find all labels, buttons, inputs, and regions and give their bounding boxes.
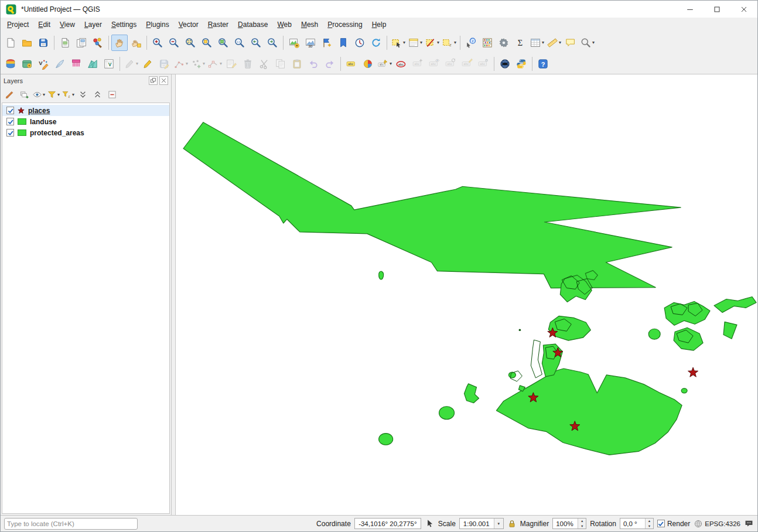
menu-settings[interactable]: Settings bbox=[107, 19, 141, 30]
new-project-button[interactable] bbox=[2, 35, 19, 51]
save-project-button[interactable] bbox=[35, 35, 52, 51]
dropdown-arrow-icon[interactable]: ▾ bbox=[220, 61, 222, 66]
spin-up-icon[interactable]: ▲ bbox=[646, 519, 653, 524]
measure-button[interactable]: ▾ bbox=[545, 35, 562, 51]
render-checkbox[interactable] bbox=[657, 520, 665, 527]
layer-item-landuse[interactable]: landuse bbox=[2, 116, 169, 127]
zoom-last-button[interactable] bbox=[248, 35, 264, 51]
dropdown-arrow-icon[interactable]: ▾ bbox=[592, 40, 595, 45]
menu-plugins[interactable]: Plugins bbox=[141, 19, 173, 30]
dropdown-arrow-icon[interactable]: ▾ bbox=[390, 61, 392, 66]
magnifier-spinbox[interactable]: 100% ▲▼ bbox=[552, 518, 586, 529]
menu-database[interactable]: Database bbox=[233, 19, 272, 30]
layer-item-places[interactable]: places bbox=[2, 105, 169, 116]
spin-up-icon[interactable]: ▲ bbox=[578, 519, 586, 524]
deselect-features-button[interactable]: ▾ bbox=[424, 35, 441, 51]
new-3d-map-view-button[interactable]: 3D bbox=[302, 35, 319, 51]
refresh-button[interactable] bbox=[368, 35, 384, 51]
zoom-out-button[interactable] bbox=[166, 35, 182, 51]
field-calculator-button[interactable] bbox=[479, 35, 496, 51]
minimize-button[interactable] bbox=[677, 1, 704, 18]
pan-map-button[interactable] bbox=[111, 35, 128, 51]
mouse-position-icon[interactable] bbox=[425, 519, 435, 528]
locator-box[interactable] bbox=[4, 518, 138, 530]
dropdown-arrow-icon[interactable]: ▾ bbox=[437, 40, 439, 45]
highlight-pinned-labels-button[interactable]: abc bbox=[393, 56, 409, 72]
open-data-source-manager-button[interactable] bbox=[2, 56, 19, 72]
new-spatial-bookmark-button[interactable] bbox=[319, 35, 335, 51]
pin-unpin-labels-button[interactable]: abc▾ bbox=[376, 56, 393, 72]
float-panel-button[interactable] bbox=[149, 76, 158, 85]
spin-down-icon[interactable]: ▼ bbox=[578, 524, 586, 529]
close-button[interactable] bbox=[730, 1, 757, 18]
dropdown-arrow-icon[interactable]: ▾ bbox=[186, 61, 188, 66]
render-toggle[interactable]: Render bbox=[657, 520, 690, 528]
dropdown-arrow-icon[interactable]: ▾ bbox=[136, 61, 138, 66]
new-mesh-layer-button[interactable] bbox=[84, 56, 101, 72]
select-by-expression-button[interactable]: ε▾ bbox=[441, 35, 457, 51]
zoom-to-native-resolution-button[interactable]: 1:1 bbox=[231, 35, 248, 51]
show-layout-manager-button[interactable] bbox=[73, 35, 90, 51]
python-console-button[interactable] bbox=[513, 56, 530, 72]
menu-vector[interactable]: Vector bbox=[174, 19, 203, 30]
layer-visibility-checkbox[interactable] bbox=[6, 118, 14, 125]
filter-legend-button[interactable]: ▾ bbox=[46, 88, 60, 102]
coordinate-field[interactable]: -34,1016° 20,2775° bbox=[354, 518, 421, 529]
menu-help[interactable]: Help bbox=[367, 19, 391, 30]
log-messages-icon[interactable] bbox=[744, 519, 754, 528]
layer-visibility-checkbox[interactable] bbox=[6, 129, 14, 137]
help-button[interactable]: ? bbox=[535, 56, 551, 72]
select-features-button[interactable]: ▾ bbox=[390, 35, 407, 51]
map-tips-button[interactable] bbox=[562, 35, 579, 51]
menu-project[interactable]: Project bbox=[2, 19, 33, 30]
pan-map-to-selection-button[interactable] bbox=[128, 35, 144, 51]
magnifier-spin-arrows[interactable]: ▲▼ bbox=[578, 519, 586, 528]
dropdown-arrow-icon[interactable]: ▾ bbox=[542, 40, 544, 45]
scale-lock-icon[interactable] bbox=[507, 519, 517, 528]
show-spatial-bookmarks-button[interactable] bbox=[335, 35, 351, 51]
layer-item-protected_areas[interactable]: protected_areas bbox=[2, 127, 169, 138]
rotation-spin-arrows[interactable]: ▲▼ bbox=[645, 519, 653, 528]
dropdown-arrow-icon[interactable]: ▾ bbox=[420, 40, 422, 45]
new-geopackage-layer-button[interactable] bbox=[19, 56, 35, 72]
attribute-table-button[interactable]: ▾ bbox=[528, 35, 545, 51]
dropdown-arrow-icon[interactable]: ▾ bbox=[403, 40, 405, 45]
maximize-button[interactable] bbox=[704, 1, 730, 18]
new-shapefile-layer-button[interactable]: V bbox=[35, 56, 52, 72]
open-layer-styling-panel-button[interactable] bbox=[2, 88, 16, 102]
manage-map-themes-button[interactable]: ▾ bbox=[32, 88, 46, 102]
menu-processing[interactable]: Processing bbox=[323, 19, 367, 30]
panel-splitter[interactable] bbox=[172, 74, 176, 515]
new-print-layout-button[interactable] bbox=[57, 35, 73, 51]
new-virtual-layer-button[interactable]: V bbox=[101, 56, 117, 72]
filter-legend-by-expression-button[interactable]: ε▾ bbox=[61, 88, 75, 102]
dropdown-arrow-icon[interactable]: ▾ bbox=[43, 92, 45, 97]
dropdown-arrow-icon[interactable]: ▾ bbox=[454, 40, 456, 45]
style-manager-button[interactable] bbox=[90, 35, 106, 51]
menu-raster[interactable]: Raster bbox=[203, 19, 233, 30]
menu-layer[interactable]: Layer bbox=[80, 19, 107, 30]
dropdown-arrow-icon[interactable]: ▾ bbox=[72, 92, 74, 97]
menu-view[interactable]: View bbox=[55, 19, 80, 30]
collapse-all-button[interactable] bbox=[90, 88, 104, 102]
dropdown-arrow-icon[interactable]: ▾ bbox=[203, 61, 205, 66]
rotation-spinbox[interactable]: 0,0 ° ▲▼ bbox=[620, 518, 654, 529]
locator-input[interactable] bbox=[7, 520, 135, 527]
zoom-full-button[interactable] bbox=[182, 35, 199, 51]
crs-status-button[interactable]: EPSG:4326 bbox=[694, 519, 740, 528]
new-temporary-scratch-layer-button[interactable] bbox=[68, 56, 84, 72]
remove-layer-group-button[interactable] bbox=[105, 88, 119, 102]
map-canvas[interactable] bbox=[176, 74, 757, 515]
processing-toolbox-button[interactable] bbox=[496, 35, 512, 51]
identify-features-button[interactable]: i bbox=[463, 35, 479, 51]
new-spatialite-layer-button[interactable] bbox=[52, 56, 68, 72]
zoom-next-button[interactable] bbox=[264, 35, 281, 51]
layer-labeling-options-button[interactable]: abc bbox=[343, 56, 360, 72]
zoom-to-selection-button[interactable] bbox=[199, 35, 215, 51]
dropdown-arrow-icon[interactable]: ▾ bbox=[57, 92, 60, 97]
menu-edit[interactable]: Edit bbox=[33, 19, 55, 30]
layer-visibility-checkbox[interactable] bbox=[6, 107, 14, 114]
zoom-to-layer-button[interactable] bbox=[215, 35, 231, 51]
spin-down-icon[interactable]: ▼ bbox=[646, 524, 653, 529]
dropdown-arrow-icon[interactable]: ▾ bbox=[559, 40, 561, 45]
